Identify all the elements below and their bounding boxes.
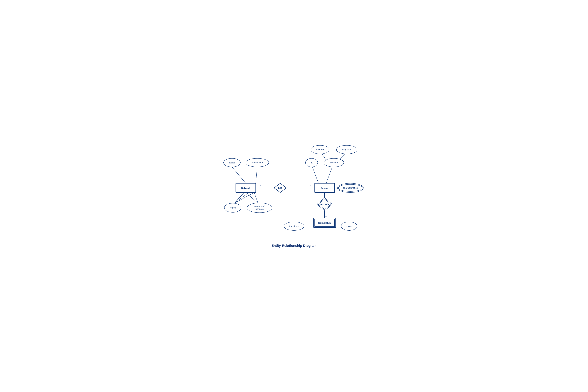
page-title: Entity-Relationship Diagram — [220, 244, 368, 248]
line-network-description — [256, 167, 257, 183]
attr-latitude-label: latitude — [316, 148, 324, 151]
page-wrapper: .entity-box { fill: white; stroke: #0d35… — [220, 144, 368, 248]
svg-line-0 — [234, 192, 249, 203]
entity-sensor-label: Sensor — [321, 187, 329, 189]
relationship-records-label: records — [320, 203, 329, 206]
entity-network-label: Network — [241, 187, 250, 189]
attr-number-of-sensors-label: number of sensors — [254, 205, 265, 210]
attr-description-label: description — [252, 161, 263, 164]
attr-longitude-label: longitude — [342, 148, 352, 151]
attr-timestamp-label: timestamp — [289, 225, 299, 227]
line-network-region — [234, 192, 244, 203]
cardinality-has-n: n — [310, 184, 311, 187]
svg-line-3 — [234, 192, 254, 203]
attr-name-label: name — [229, 161, 235, 164]
relationship-has-label: has — [278, 186, 282, 189]
cardinality-records-1: 1 — [325, 196, 327, 198]
cardinality-records-n: n — [325, 215, 327, 217]
attr-region-label: region — [229, 206, 236, 209]
cardinality-has-1: 1 — [260, 184, 261, 187]
attr-characteristics-label: characteristics — [343, 186, 358, 189]
attr-id-label: id — [311, 161, 313, 164]
attr-location-label: location — [330, 161, 338, 164]
line-network-name — [232, 167, 246, 183]
title-area: Entity-Relationship Diagram — [220, 244, 368, 248]
entity-temperature-label: Temperature — [318, 222, 332, 224]
attr-value-label: value — [346, 225, 352, 227]
line-sensor-location — [326, 167, 332, 183]
diagram-container: .entity-box { fill: white; stroke: #0d35… — [220, 144, 368, 242]
line-sensor-id — [312, 167, 319, 183]
